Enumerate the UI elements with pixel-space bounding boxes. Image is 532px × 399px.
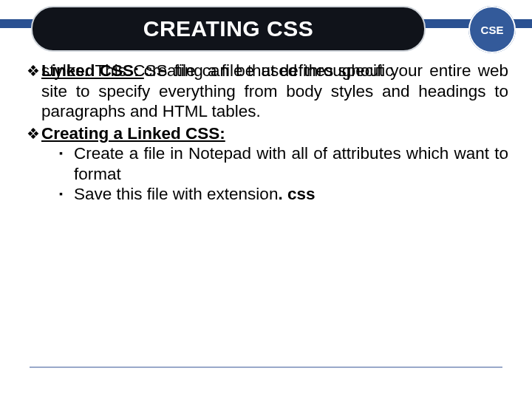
bullet1-body: styles. This CSS file can be used throug… xyxy=(27,61,508,121)
sub-bullet-1: ▪ Create a file in Notepad with all of a… xyxy=(59,143,508,184)
sub2-part-a: Save this file with extension xyxy=(74,185,278,203)
sub-bullet-list: ▪ Create a file in Notepad with all of a… xyxy=(27,143,508,204)
course-badge: CSE xyxy=(468,6,516,53)
square-icon: ▪ xyxy=(59,184,74,204)
footer-divider xyxy=(30,366,502,368)
sub-bullet-2: ▪ Save this file with extension. css xyxy=(59,184,508,204)
sub2-part-b: . css xyxy=(278,185,315,203)
bullet-linked-css: ❖Linked CSS: creating a file that define… xyxy=(27,61,508,122)
diamond-icon: ❖ xyxy=(27,125,41,143)
content-area: ❖Linked CSS: creating a file that define… xyxy=(27,61,508,205)
slide-title: CREATING CSS xyxy=(143,16,313,41)
square-icon: ▪ xyxy=(59,143,74,184)
badge-text: CSE xyxy=(481,24,504,36)
diamond-icon: ❖ xyxy=(27,62,41,80)
bullet2-lead: Creating a Linked CSS: xyxy=(41,124,225,143)
sub2-text: Save this file with extension. css xyxy=(74,184,508,204)
bullet-creating-linked-css: ❖Creating a Linked CSS: xyxy=(27,123,508,143)
slide: CSE CREATING CSS ❖Linked CSS: creating a… xyxy=(0,0,532,399)
title-box: CREATING CSS xyxy=(31,6,426,52)
sub1-text: Create a file in Notepad with all of att… xyxy=(74,143,508,184)
